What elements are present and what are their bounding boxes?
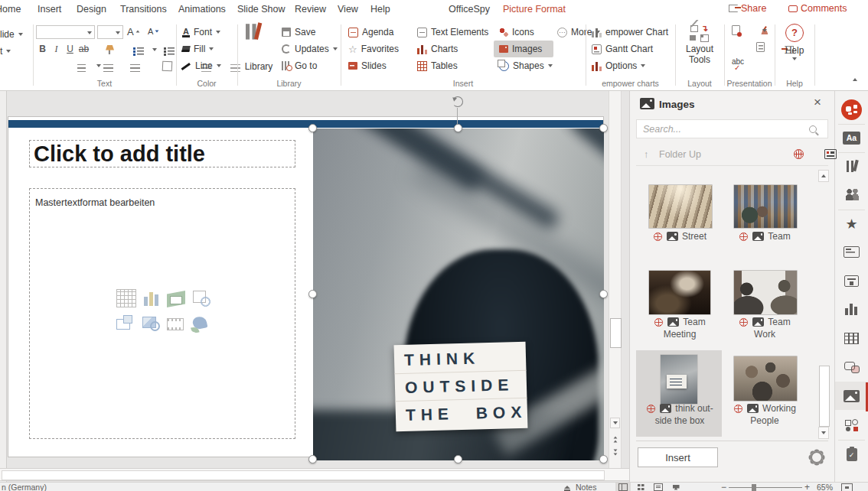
thumbnail-think-outside-the-box[interactable] (660, 354, 698, 405)
label-street[interactable]: Street (633, 231, 726, 242)
sidebar-text-styles[interactable]: Aa (835, 124, 868, 152)
collapse-ribbon-icon[interactable] (853, 78, 857, 81)
tab-view[interactable]: View (338, 4, 358, 15)
selection-handle-top-right[interactable] (599, 124, 608, 132)
sidebar-shapes[interactable] (835, 411, 868, 439)
tab-design[interactable]: Design (77, 4, 106, 15)
clean-dropdown-icon[interactable] (762, 29, 767, 32)
selection-handle-bottom-right[interactable] (599, 455, 608, 463)
sidebar-library[interactable] (835, 152, 868, 180)
tab-insert[interactable]: Insert (38, 4, 61, 15)
sidebar-charts[interactable] (835, 295, 868, 324)
selection-handle-top-left[interactable] (308, 124, 317, 132)
zoom-out-button[interactable]: − (721, 482, 726, 491)
tab-help[interactable]: Help (370, 4, 390, 15)
thumbnail-team-meeting[interactable] (648, 270, 711, 315)
insert-3d-model-icon[interactable] (193, 291, 206, 303)
slideshow-button[interactable] (668, 483, 684, 491)
insert-chart-icon[interactable] (142, 289, 161, 306)
title-placeholder[interactable]: Click to add title (29, 140, 295, 167)
empower-chart-button[interactable]: empower Chart (592, 25, 668, 39)
editor-vertical-scrollbar[interactable] (609, 90, 622, 468)
slide-sorter-view-button[interactable] (633, 483, 648, 491)
font-size-combo[interactable] (97, 25, 123, 39)
zoom-level[interactable]: 65% (817, 483, 833, 491)
insert-image-button[interactable]: Insert (638, 447, 718, 467)
insert-screenshot-icon[interactable] (116, 319, 130, 330)
options-button[interactable]: Options (592, 59, 645, 73)
scroll-down-button[interactable] (610, 418, 620, 428)
folder-up-row[interactable]: ↑ Folder Up (636, 144, 828, 166)
selection-handle-middle-left[interactable] (308, 290, 317, 298)
align-left-button[interactable] (77, 63, 86, 72)
spellcheck-button[interactable]: abc ✓ (732, 58, 744, 72)
selection-handle-bottom-left[interactable] (308, 455, 317, 463)
align-right-button[interactable] (130, 63, 140, 72)
normal-view-button[interactable] (615, 483, 631, 491)
font-name-combo[interactable] (36, 25, 95, 39)
thumbnail-street[interactable] (648, 184, 713, 229)
tab-officespy[interactable]: OfficeSpy (449, 4, 490, 15)
share-button[interactable]: Share (729, 3, 766, 14)
tab-transitions[interactable]: Transitions (120, 4, 167, 15)
shapes-button[interactable]: Shapes (499, 59, 553, 73)
insert-smartart-icon[interactable] (167, 291, 185, 307)
insert-pictures-icon[interactable] (142, 317, 156, 328)
zoom-in-button[interactable]: + (804, 482, 810, 491)
slides-button[interactable]: Slides (348, 59, 387, 73)
font-color-button[interactable]: A Font (182, 25, 220, 39)
charts-button[interactable]: Charts (417, 42, 458, 56)
sidebar-text-elements[interactable] (835, 267, 868, 295)
reading-view-button[interactable] (651, 483, 666, 491)
selection-handle-bottom-middle[interactable] (454, 455, 462, 463)
thumbnail-team[interactable] (733, 184, 798, 229)
italic-button[interactable]: I (51, 44, 62, 55)
grow-font-button[interactable]: A (127, 24, 140, 38)
notes-button[interactable]: Notes (564, 483, 596, 491)
search-input[interactable] (637, 120, 813, 138)
library-button[interactable]: Library (242, 24, 276, 72)
sidebar-images-selected[interactable] (835, 382, 868, 410)
agenda-button[interactable]: Agenda (348, 25, 393, 39)
grid-view-icon[interactable] (824, 149, 837, 159)
label-think-outside-the-box[interactable]: think out- (633, 403, 726, 414)
bold-button[interactable]: B (37, 44, 48, 54)
panel-scroll-up-button[interactable] (818, 170, 829, 182)
updates-button[interactable]: Updates (282, 42, 338, 56)
tables-button[interactable]: Tables (417, 59, 458, 73)
list-dropdown-icon[interactable] (152, 48, 157, 51)
scrollbar-thumb[interactable] (610, 318, 622, 348)
language-indicator[interactable]: n (Germany) (2, 483, 47, 491)
shrink-font-button[interactable]: A (148, 24, 159, 38)
line-color-button[interactable]: Line (182, 59, 221, 73)
tab-animations[interactable]: Animations (178, 4, 226, 15)
save-button[interactable]: Save (282, 25, 315, 39)
label-team-work[interactable]: Team (718, 317, 811, 327)
strikethrough-button[interactable]: ab (78, 44, 90, 54)
hscrollbar-thumb[interactable] (2, 470, 605, 480)
sidebar-shared-library[interactable] (835, 180, 868, 209)
layout-button-clipped[interactable]: t (0, 44, 11, 58)
sidebar-empower-logo[interactable] (835, 96, 868, 124)
bullet-list-button[interactable] (133, 47, 144, 56)
zoom-slider-thumb[interactable] (752, 484, 756, 491)
images-button[interactable]: Images (499, 42, 542, 56)
new-slide-button-clipped[interactable]: lide (0, 28, 23, 41)
columns-button[interactable] (162, 61, 172, 72)
text-elements-button[interactable]: Text Elements (417, 25, 488, 39)
search-box[interactable] (636, 119, 828, 138)
close-panel-icon[interactable]: × (814, 95, 821, 110)
format-painter-icon[interactable] (106, 45, 114, 54)
comments-button[interactable]: Comments (788, 3, 847, 14)
sidebar-tables[interactable] (835, 324, 868, 353)
insert-table-icon[interactable] (116, 289, 136, 307)
next-slide-button[interactable] (610, 447, 620, 457)
pane-divider[interactable] (0, 90, 7, 482)
label-team-meeting[interactable]: Team (633, 317, 726, 327)
columns-dropdown-icon[interactable] (96, 64, 101, 67)
panel-scroll-down-button[interactable] (818, 427, 829, 439)
zoom-slider[interactable] (729, 487, 802, 488)
gantt-chart-button[interactable]: Gantt Chart (592, 42, 653, 56)
sidebar-favorites[interactable]: ★ (835, 210, 868, 238)
slide-image-think-outside-the-box[interactable]: THINK OUTSIDE THE BOX (313, 128, 604, 460)
